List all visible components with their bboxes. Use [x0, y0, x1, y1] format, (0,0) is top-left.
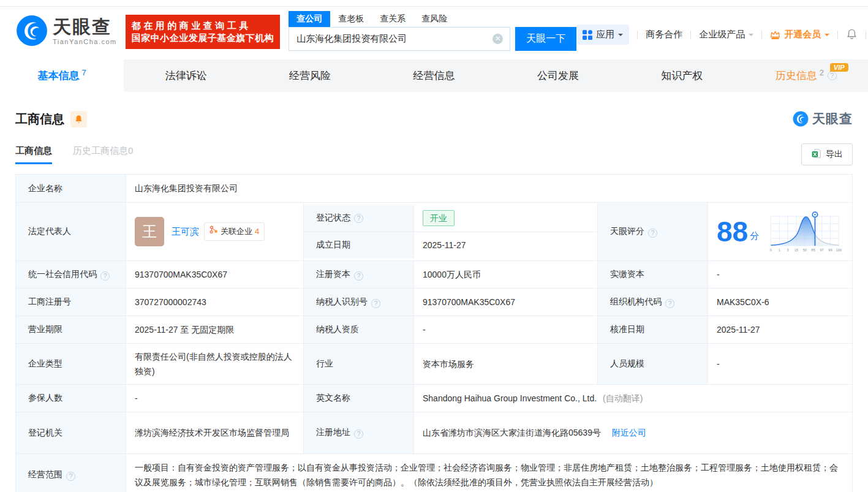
status-badge: 开业 — [423, 210, 455, 226]
vip-badge: VIP — [830, 63, 848, 72]
field-label-org-code: 组织机构代码? — [598, 289, 708, 316]
svg-text:97: 97 — [820, 248, 824, 252]
help-icon[interactable]: ? — [66, 472, 75, 481]
chevron-down-icon — [618, 34, 623, 39]
tianyancha-watermark-icon — [793, 111, 809, 127]
field-label-paid-capital: 实缴资本 — [598, 261, 708, 289]
field-label-taxpayer-quality: 纳税人资质 — [304, 316, 414, 344]
tab-history-info[interactable]: VIP 历史信息 2 ? — [744, 59, 868, 92]
business-info-table: 企业名称 山东海化集团投资有限公司 法定代表人 王 王可滨 — [15, 174, 853, 492]
svg-text:1: 1 — [779, 248, 780, 252]
related-companies-badge[interactable]: 关联企业 4 — [204, 222, 265, 241]
field-label-approval-date: 核准日期 — [598, 316, 708, 344]
help-icon[interactable]: ? — [665, 299, 674, 308]
table-row: 企业类型 有限责任公司(非自然人投资或控股的法人独资) 行业 资本市场服务 人员… — [16, 344, 853, 385]
top-menu: 应用 商务合作 企业级产品 开通会员 — [576, 25, 868, 45]
field-value-approval-date: 2025-11-27 — [708, 316, 853, 344]
vip-membership-menu[interactable]: 开通会员 — [770, 29, 829, 40]
nearby-companies-link[interactable]: 附近公司 — [612, 428, 646, 437]
field-label-industry: 行业 — [304, 344, 414, 385]
field-value-establish-date: 2025-11-27 — [414, 232, 597, 259]
svg-text:3: 3 — [787, 248, 789, 252]
table-row: 企业名称 山东海化集团投资有限公司 — [16, 175, 853, 203]
logo-title: 天眼查 — [53, 18, 117, 36]
field-label-taxpayer-id: 纳税人识别号? — [304, 289, 414, 316]
table-row: 登记机关 潍坊滨海经济技术开发区市场监督管理局 注册地址? 山东省潍坊市滨海区大… — [16, 412, 853, 454]
tab-operating-risk[interactable]: 经营风险 — [248, 59, 372, 92]
subtabs-row: 工商信息 历史工商信息0 导出 — [15, 143, 853, 165]
field-label-english-name: 英文名称 — [304, 385, 414, 412]
help-icon[interactable]: ? — [371, 299, 380, 308]
field-value-business-term: 2025-11-27 至 无固定期限 — [126, 316, 304, 344]
slogan-banner: 都在用的商业查询工具 国家中小企业发展子基金旗下机构 — [126, 15, 281, 49]
enterprise-products-menu[interactable]: 企业级产品 — [699, 29, 753, 40]
logo-subtitle: TianYanCha.com — [53, 38, 117, 45]
legal-rep-link[interactable]: 王可滨 — [172, 224, 199, 240]
watermark-logo: 天眼查 — [793, 110, 853, 127]
field-label-tianyan-score: 天眼评分? — [598, 203, 708, 261]
search-block: 查公司 查老板 查关系 查风险 ✕ 天眼一下 — [289, 11, 576, 51]
field-value-paid-capital: - — [708, 261, 853, 289]
tab-legal-proceedings[interactable]: 法律诉讼 — [124, 59, 247, 92]
tab-count: 7 — [82, 68, 86, 77]
tianyancha-logo[interactable]: 天眼查 TianYanCha.com — [16, 15, 117, 48]
page: 天眼查 TianYanCha.com 都在用的商业查询工具 国家中小企业发展子基… — [0, 6, 868, 492]
chevron-down-icon — [825, 34, 829, 39]
subtab-history-business-info[interactable]: 历史工商信息0 — [73, 145, 133, 164]
field-label-establish-date: 成立日期 — [304, 232, 414, 259]
search-tab-relation[interactable]: 查关系 — [372, 11, 413, 27]
tab-company-development[interactable]: 公司发展 — [496, 59, 620, 92]
field-label-business-scope: 经营范围? — [16, 454, 126, 492]
search-input[interactable] — [289, 27, 510, 51]
site-header: 天眼查 TianYanCha.com 都在用的商业查询工具 国家中小企业发展子基… — [0, 6, 868, 56]
crown-icon — [770, 30, 780, 39]
tab-intellectual-property[interactable]: 知识产权 — [620, 59, 744, 92]
search-tab-risk[interactable]: 查风险 — [413, 11, 455, 27]
tab-basic-info[interactable]: 基本信息 7 — [0, 59, 124, 92]
field-value-registered-capital: 10000万人民币 — [414, 261, 598, 289]
field-label-registration-number: 工商注册号 — [16, 289, 126, 316]
field-value-taxpayer-id: 91370700MAK35C0X67 — [414, 289, 598, 316]
field-value-industry: 资本市场服务 — [414, 344, 598, 385]
field-label-credit-code: 统一社会信用代码? — [16, 261, 126, 289]
help-icon[interactable]: ? — [828, 71, 837, 80]
help-icon[interactable]: ? — [354, 430, 363, 439]
field-value-org-code: MAK35C0X-6 — [708, 289, 853, 316]
tab-business-information[interactable]: 经营信息 — [372, 59, 496, 92]
excel-icon — [811, 148, 821, 161]
field-label-insured-count: 参保人数 — [16, 385, 126, 412]
search-tab-company[interactable]: 查公司 — [289, 11, 330, 27]
field-label-company-name: 企业名称 — [16, 175, 126, 203]
field-value-registration-number: 370727000002743 — [126, 289, 304, 316]
field-value-registration-status: 开业 — [414, 205, 597, 232]
field-value-english-name: Shandong Haihua Group Investment Co., Lt… — [414, 385, 853, 412]
legal-rep-avatar[interactable]: 王 — [135, 217, 164, 246]
auto-translate-note: (自动翻译) — [603, 393, 643, 403]
help-icon[interactable]: ? — [100, 271, 110, 281]
field-value-company-type: 有限责任公司(非自然人投资或控股的法人独资) — [126, 344, 304, 385]
field-label-legal-rep: 法定代表人 — [16, 203, 126, 261]
table-row: 统一社会信用代码? 91370700MAK35C0X67 注册资本? 10000… — [16, 261, 853, 289]
search-button[interactable]: 天眼一下 — [515, 27, 576, 51]
score-number: 88 — [717, 218, 748, 246]
svg-text:85: 85 — [812, 248, 815, 252]
notifications-button[interactable] — [846, 28, 858, 42]
apps-menu[interactable]: 应用 — [576, 25, 629, 45]
help-icon[interactable]: ? — [648, 229, 657, 238]
cooperation-link[interactable]: 商务合作 — [646, 29, 682, 40]
export-button[interactable]: 导出 — [801, 143, 853, 165]
table-row: 参保人数 - 英文名称 Shandong Haihua Group Invest… — [16, 385, 853, 412]
divider — [837, 31, 838, 39]
field-value-taxpayer-quality: - — [414, 316, 598, 344]
subscribe-bell-icon[interactable] — [70, 111, 87, 127]
search-tab-boss[interactable]: 查老板 — [330, 11, 372, 27]
field-label-staff-size: 人员规模 — [598, 344, 708, 385]
field-value-registered-address: 山东省潍坊市滨海区大家洼街道海化路05639号 附近公司 — [414, 412, 853, 454]
subtab-business-info[interactable]: 工商信息 — [15, 145, 52, 164]
field-label-registration-authority: 登记机关 — [16, 412, 126, 454]
slogan-line-1: 都在用的商业查询工具 — [132, 20, 274, 32]
help-icon[interactable]: ? — [354, 214, 363, 223]
tab-count: 2 — [820, 68, 824, 77]
help-icon[interactable]: ? — [354, 271, 363, 281]
divider — [690, 31, 691, 39]
